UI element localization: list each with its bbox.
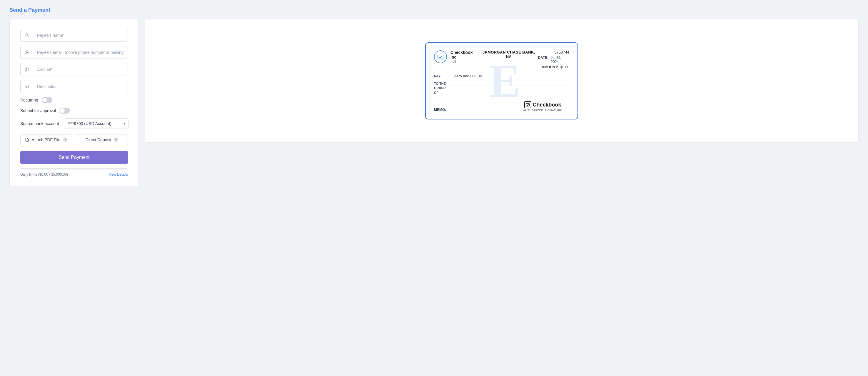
amount-field [20,63,128,76]
amount-input[interactable] [33,64,128,75]
signature-line [516,100,569,100]
check-order-row: TO THE ORDER OF: [434,82,569,95]
description-input[interactable] [33,81,128,92]
check-footer: MEMO: Checkbook [434,100,569,112]
direct-deposit-button[interactable]: Direct Deposit ? [76,134,128,145]
source-bank-select[interactable]: ****6703 (USD Account) [64,118,128,129]
signature-brand: Checkbook [516,101,569,108]
check-company-sub: null [451,59,480,63]
check-memo-row: MEMO: [434,108,489,112]
check-pay-label: PAY: [434,74,452,78]
direct-deposit-help-icon[interactable]: ? [114,137,118,142]
sig-logo: Checkbook [524,101,561,108]
check-preview: E Checkbook Inc. null J [425,42,578,119]
payee-contact-input[interactable] [33,47,128,58]
sig-brand-name: Checkbook [532,102,561,108]
submit-approval-label: Submit for approval [20,108,56,113]
check-amount-row: AMOUNT: $0.00 [542,65,569,69]
progress-bar [20,168,128,170]
source-bank-label: Source bank account [20,121,59,126]
svg-point-1 [25,51,29,54]
email-icon [21,46,33,59]
check-company-info: Checkbook Inc. null [434,50,480,63]
text-icon [21,80,33,93]
check-pay-value: Zero and 00/100 [454,74,569,79]
person-icon [21,29,33,41]
submit-approval-toggle[interactable] [59,108,70,114]
check-preview-panel: E Checkbook Inc. null J [145,19,859,143]
authorized-signature-text: AUTHORIZED SIGNATURE [516,109,569,112]
direct-deposit-label: Direct Deposit [86,137,112,142]
source-bank-section: Source bank account ****6703 (USD Accoun… [20,118,128,129]
page-title: Send a Payment [9,7,859,13]
payee-name-input[interactable] [33,30,128,40]
svg-point-0 [26,33,27,35]
source-bank-row: Source bank account ****6703 (USD Accoun… [20,118,128,129]
check-number: 5750744 [554,50,569,54]
check-body: PAY: Zero and 00/100 TO THE ORDER OF: [434,74,569,95]
action-buttons-row: Attach PDF File ? Direct Deposit ? [20,134,128,145]
check-date-row: DATE: Jul 29, 2024 [538,56,569,64]
payee-name-field [20,29,128,42]
recurring-toggle[interactable] [42,97,52,103]
view-details-link[interactable]: View Details [108,172,128,176]
source-bank-select-wrapper: ****6703 (USD Account) ▾ [64,118,128,129]
check-header: Checkbook Inc. null JPMORGAN CHASE BANK,… [434,50,569,69]
check-signature-area: Checkbook AUTHORIZED SIGNATURE [516,100,569,112]
description-field [20,80,128,93]
check-date-label: DATE: [538,56,549,64]
check-meta: 5750744 DATE: Jul 29, 2024 AMOUNT: $0.00 [538,50,569,69]
check-order-label: TO THE ORDER OF: [434,82,446,95]
limits-row: Daily limits ($0.00 / $5,000.00) View De… [20,172,128,176]
check-company-name: Checkbook Inc. [451,50,480,59]
recurring-label: Recurring [20,98,38,103]
dollar-icon [21,63,33,76]
payment-form-panel: Recurring Submit for approval Source ban… [9,19,139,186]
check-amount-value: $0.00 [560,65,569,69]
attach-pdf-button[interactable]: Attach PDF File ? [20,134,72,145]
attach-pdf-label: Attach PDF File [31,137,60,142]
check-bank-section: JPMORGAN CHASE BANK, NA [480,50,538,59]
check-pay-row: PAY: Zero and 00/100 [434,74,569,79]
send-payment-button[interactable]: Send Payment [20,151,128,164]
check-amount-label: AMOUNT: [542,65,558,69]
check-company-text: Checkbook Inc. null [451,50,480,63]
recurring-row: Recurring [20,97,128,103]
attach-pdf-help-icon[interactable]: ? [63,137,68,142]
check-date-value: Jul 29, 2024 [551,56,569,64]
check-memo-label: MEMO: [434,108,452,112]
check-bank-name: JPMORGAN CHASE BANK, NA [480,50,538,59]
main-layout: Recurring Submit for approval Source ban… [9,19,859,186]
payee-contact-field [20,46,128,59]
svg-rect-9 [526,104,530,106]
sig-logo-icon [524,101,531,108]
submit-approval-row: Submit for approval [20,108,128,114]
limits-text: Daily limits ($0.00 / $5,000.00) [20,172,68,176]
check-logo [434,50,447,63]
svg-rect-8 [438,55,443,59]
check-memo-value [454,111,489,111]
